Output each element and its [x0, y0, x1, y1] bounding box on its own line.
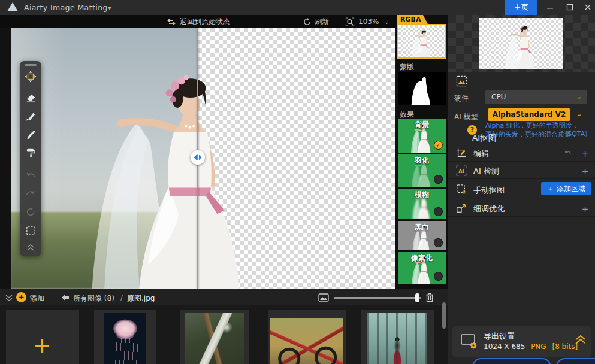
effect-thumb-pixelate[interactable]: 像素化: [398, 252, 446, 284]
add-image-tile[interactable]: ＋: [6, 310, 79, 364]
zoom-chevron-icon[interactable]: ⌄: [384, 19, 389, 25]
bride-mask-silhouette: [398, 72, 446, 105]
ai-detect-icon: AI: [456, 165, 467, 176]
eraser-tool-button[interactable]: [25, 92, 37, 104]
reset-view-button[interactable]: 返回到原始状态: [167, 17, 230, 26]
gallery-breadcrumb[interactable]: 所有图像 (8): [73, 293, 114, 304]
right-sidebar: AI抠图 硬件 CPU ⌄ AI 模型 AlphaStandard V2 ⌄ ?…: [448, 15, 595, 364]
axe-forest-thumbnail[interactable]: [185, 313, 244, 364]
rgba-tab[interactable]: RGBA: [397, 15, 428, 24]
mask-section-label: 蒙版: [400, 62, 414, 72]
finetune-section-row[interactable]: 细调优化 ＋: [448, 199, 595, 217]
thumbnail-size-icon: [318, 293, 329, 302]
jellyfish-thumbnail[interactable]: [104, 313, 146, 364]
image-filmstrip: ＋: [0, 305, 448, 364]
redo-button[interactable]: [25, 188, 37, 200]
brush-tool-button[interactable]: [25, 129, 37, 141]
woman-red-dress-thumbnail[interactable]: [367, 313, 427, 364]
ai-model-chevron-icon[interactable]: ⌄: [576, 110, 582, 118]
rgba-preview-thumb[interactable]: [397, 24, 446, 59]
filmstrip-tile[interactable]: [180, 310, 249, 364]
expand-export-icon[interactable]: [575, 335, 586, 344]
compare-arrows-icon: [193, 153, 203, 162]
export-settings-summary: 1024 X 685 PNG [8 bits]: [484, 342, 578, 351]
mountain-bike-thumbnail[interactable]: [270, 318, 343, 364]
add-image-icon[interactable]: ＋: [16, 292, 26, 302]
close-button[interactable]: [579, 0, 595, 15]
app-logo-icon: [7, 2, 18, 11]
filmstrip-scrollbar[interactable]: [442, 302, 446, 329]
effect-thumb-feather[interactable]: 羽化: [398, 154, 446, 187]
finetune-expand-button[interactable]: ＋: [580, 202, 590, 216]
title-menu-chevron-icon[interactable]: ▾: [108, 4, 111, 12]
add-image-label[interactable]: 添加: [30, 293, 44, 304]
canvas[interactable]: [0, 28, 397, 289]
export-resolution: 1024 X 685: [484, 342, 525, 351]
filmstrip-tile[interactable]: [268, 310, 346, 364]
effect-radio[interactable]: [434, 175, 443, 184]
edit-expand-button[interactable]: ＋: [580, 147, 590, 160]
navigator-preview[interactable]: [479, 18, 563, 69]
back-arrow-icon[interactable]: [61, 294, 70, 301]
effect-radio[interactable]: [434, 238, 443, 247]
refresh-icon: [303, 18, 311, 26]
effect-label: 模糊: [398, 190, 446, 200]
model-sota-link[interactable]: (SOTA): [565, 130, 588, 138]
manual-matting-icon: [456, 184, 467, 195]
manual-matting-section-row[interactable]: 手动抠图 ＋ 添加区域: [448, 178, 595, 199]
effect-check-icon[interactable]: ✓: [434, 141, 443, 150]
bride-cutout-thumb: [398, 25, 445, 57]
help-icon[interactable]: ?: [467, 125, 477, 135]
hardware-label: 硬件: [454, 93, 469, 104]
home-button[interactable]: 主页: [505, 0, 537, 15]
mask-preview-thumb[interactable]: [398, 72, 446, 105]
hardware-chevron-icon: ⌄: [576, 90, 582, 104]
export-bit-depth: [8 bits]: [552, 342, 578, 351]
maximize-button[interactable]: [561, 0, 579, 15]
undo-button[interactable]: [25, 170, 37, 182]
thumbnail-size-slider-handle[interactable]: [415, 293, 419, 302]
ai-detect-section-row[interactable]: AI AI 检测 ＋: [448, 161, 595, 178]
canvas-toolbar: 返回到原始状态 刷新 103% ⌄: [0, 15, 397, 28]
pen-icon: [25, 111, 37, 122]
filmstrip-tile[interactable]: [94, 310, 156, 364]
collapse-palette-button[interactable]: [25, 241, 37, 253]
pen-tool-button[interactable]: [25, 110, 37, 122]
move-tool-button[interactable]: [25, 71, 37, 83]
export-settings-panel[interactable]: 导出设置 1024 X 685 PNG [8 bits]: [452, 326, 591, 357]
effect-radio[interactable]: [434, 272, 443, 281]
ai-model-label: AI 模型: [454, 112, 478, 122]
effect-thumb-bw[interactable]: 黑白: [398, 221, 446, 250]
roller-tool-button[interactable]: [25, 147, 37, 159]
delete-image-icon[interactable]: [425, 293, 434, 302]
app-window: Aiarty Image Matting ▾ 主页 返回到原始状态 刷新: [0, 0, 595, 364]
effect-radio[interactable]: [434, 207, 443, 216]
add-region-button[interactable]: ＋ 添加区域: [541, 182, 591, 195]
hardware-select[interactable]: CPU ⌄: [485, 90, 587, 104]
effect-thumb-blur[interactable]: 模糊: [398, 189, 446, 219]
gallery-toolbar: ＋ 添加 所有图像 (8) / 原图.jpg: [0, 289, 448, 305]
effect-thumb-background[interactable]: 背景 ✓: [398, 119, 446, 153]
thumbnail-size-slider[interactable]: [334, 297, 421, 299]
ai-matting-icon: [456, 75, 467, 87]
export-action-button-partial[interactable]: [472, 358, 551, 364]
compare-divider-handle[interactable]: [191, 150, 205, 165]
filmstrip-tile[interactable]: [361, 310, 434, 364]
collapse-gallery-icon[interactable]: [5, 294, 13, 302]
zoom-level-value: 103%: [358, 17, 379, 26]
edit-section-row[interactable]: 编辑 ＋: [448, 144, 595, 161]
double-chevron-up-icon: [26, 244, 35, 251]
ai-matting-header[interactable]: AI抠图: [448, 72, 595, 90]
minimize-button[interactable]: [541, 0, 559, 15]
palette-drag-handle[interactable]: [25, 64, 37, 66]
edit-undo-icon[interactable]: [563, 148, 572, 157]
export-action-button2-partial[interactable]: [556, 358, 595, 364]
finetune-section-label: 细调优化: [473, 204, 505, 214]
big-plus-icon: ＋: [29, 339, 55, 351]
refresh-button[interactable]: 刷新: [303, 17, 329, 26]
zoom-control[interactable]: 103% ⌄: [345, 17, 389, 26]
ai-detect-expand-button[interactable]: ＋: [580, 164, 590, 178]
reset-history-button[interactable]: [25, 206, 37, 218]
marquee-tool-button[interactable]: [25, 225, 37, 236]
ai-model-value[interactable]: AlphaStandard V2: [488, 108, 570, 121]
